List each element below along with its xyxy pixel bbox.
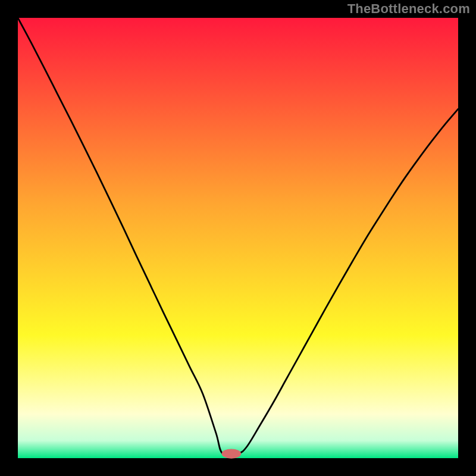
- bottleneck-chart: [0, 0, 476, 476]
- optimum-marker: [222, 449, 242, 458]
- chart-container: { "watermark": "TheBottleneck.com", "col…: [0, 0, 476, 476]
- plot-background: [18, 18, 458, 458]
- watermark-text: TheBottleneck.com: [347, 1, 470, 17]
